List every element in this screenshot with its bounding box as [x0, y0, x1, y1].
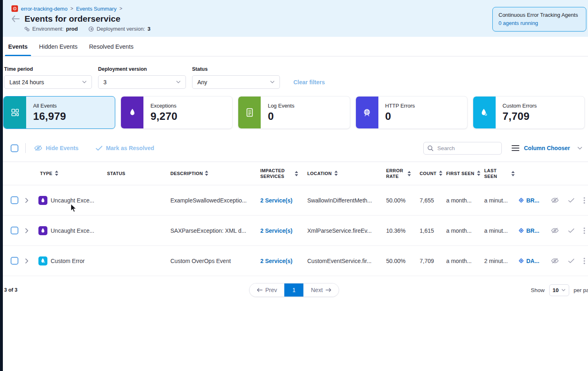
- impacted-services-link[interactable]: 2 Service(s): [260, 258, 293, 264]
- row-menu-icon[interactable]: [584, 227, 585, 234]
- event-location: XmlParseService.fireEv...: [304, 227, 383, 234]
- page-size-select[interactable]: 10: [549, 284, 569, 296]
- resolve-event-icon[interactable]: [568, 228, 575, 233]
- back-arrow-icon[interactable]: [11, 16, 20, 22]
- per-page-label: per page: [574, 287, 588, 293]
- ticket-diamond-icon: [518, 197, 524, 203]
- ticket-tag[interactable]: BR...: [515, 197, 548, 204]
- impacted-services-link[interactable]: 2 Service(s): [260, 197, 293, 204]
- column-header-impacted-services[interactable]: IMPACTED SERVICES: [257, 168, 304, 180]
- select-all-checkbox[interactable]: [11, 144, 18, 152]
- table-header-row: TYPE STATUS DESCRIPTION IMPACTED SERVICE…: [0, 162, 588, 185]
- table-row[interactable]: Uncaught Exce... SAXParseException: XML …: [0, 216, 588, 246]
- stat-card-value: 7,709: [503, 110, 537, 123]
- sort-icon[interactable]: [295, 171, 298, 176]
- row-checkbox[interactable]: [11, 227, 18, 234]
- agents-status-card[interactable]: Continuous Error Tracking Agents 0 agent…: [492, 7, 586, 31]
- last-seen: a minut...: [481, 197, 515, 204]
- column-list-icon[interactable]: [512, 145, 519, 151]
- error-rate: 50.00%: [383, 197, 416, 204]
- next-page-button[interactable]: Next: [304, 283, 339, 297]
- clear-filters-button[interactable]: Clear filters: [293, 79, 325, 85]
- column-header-count[interactable]: COUNT: [416, 171, 443, 176]
- tab-hidden-events[interactable]: Hidden Events: [38, 37, 78, 56]
- resolve-event-icon[interactable]: [568, 198, 575, 203]
- time-period-value: Last 24 hours: [9, 79, 44, 85]
- column-header-description[interactable]: DESCRIPTION: [167, 171, 257, 176]
- stat-card-custom-errors[interactable]: Custom Errors 7,709: [473, 96, 585, 129]
- row-checkbox[interactable]: [11, 257, 18, 265]
- expand-row-chevron-icon[interactable]: [23, 198, 37, 203]
- deployment-version-label: Deployment version: [98, 66, 186, 72]
- sort-icon[interactable]: [205, 171, 208, 176]
- environment-meta: Environment: prod: [24, 26, 78, 32]
- sort-icon[interactable]: [334, 171, 338, 176]
- hide-event-icon[interactable]: [551, 258, 559, 264]
- event-location: CustomEventService.fir...: [304, 258, 383, 264]
- column-chooser-button[interactable]: Column Chooser: [524, 145, 570, 151]
- status-select[interactable]: Any: [192, 75, 280, 89]
- expand-row-chevron-icon[interactable]: [23, 259, 37, 263]
- event-count: 7,709: [416, 258, 443, 264]
- search-box: [423, 142, 502, 155]
- breadcrumb-section-link[interactable]: Events Summary: [76, 6, 116, 12]
- pager: Prev 1 Next: [249, 283, 339, 297]
- prev-page-button[interactable]: Prev: [249, 283, 284, 297]
- deployment-version-select[interactable]: 3: [98, 75, 186, 89]
- resolve-event-icon[interactable]: [568, 259, 575, 263]
- arrow-left-icon: [257, 288, 262, 292]
- stat-card-value: 0: [385, 110, 415, 123]
- deployment-version-icon: [88, 26, 94, 32]
- pagination-summary: 3 of 3: [4, 287, 18, 293]
- chevron-down-icon: [176, 81, 181, 83]
- deployment-version-value: 3: [103, 79, 107, 85]
- hide-event-icon[interactable]: [551, 197, 559, 203]
- breadcrumb-project-link[interactable]: error-tracking-demo: [21, 6, 67, 12]
- tab-events[interactable]: Events: [7, 37, 29, 56]
- mark-resolved-button[interactable]: Mark as Resolved: [96, 145, 154, 151]
- page-number-button[interactable]: 1: [284, 283, 304, 297]
- row-menu-icon[interactable]: [584, 197, 585, 204]
- ticket-tag[interactable]: DA...: [515, 258, 548, 264]
- sort-icon[interactable]: [477, 171, 481, 176]
- column-header-last-seen[interactable]: LAST SEEN: [481, 168, 515, 180]
- stat-card-http-errors[interactable]: HTTP Errors 0: [355, 96, 467, 129]
- ticket-tag[interactable]: BR...: [515, 227, 548, 234]
- event-description: ExampleSwallowedExceptio...: [167, 197, 257, 204]
- column-header-first-seen[interactable]: FIRST SEEN: [443, 171, 481, 176]
- row-checkbox[interactable]: [11, 196, 18, 204]
- hide-event-icon[interactable]: [551, 227, 559, 234]
- expand-row-chevron-icon[interactable]: [23, 228, 37, 233]
- deployment-value: 3: [148, 26, 150, 32]
- chevron-down-icon[interactable]: [577, 146, 582, 150]
- custom-error-type-icon: [38, 256, 47, 265]
- agents-running-link[interactable]: 0 agents running: [499, 20, 538, 26]
- ticket-diamond-icon: [518, 258, 524, 264]
- table-row[interactable]: Uncaught Exce... ExampleSwallowedExcepti…: [0, 185, 588, 216]
- column-header-error-rate[interactable]: ERROR RATE: [383, 168, 416, 180]
- column-header-status[interactable]: STATUS: [104, 171, 167, 176]
- hide-events-button[interactable]: Hide Events: [34, 145, 78, 151]
- sort-icon[interactable]: [55, 171, 58, 176]
- page-header: error-tracking-demo > Events Summary > E…: [0, 0, 588, 37]
- stat-card-all-events[interactable]: All Events 16,979: [3, 96, 115, 129]
- stat-card-log-events[interactable]: Log Events 0: [238, 96, 350, 129]
- column-header-type[interactable]: TYPE: [37, 171, 104, 176]
- exception-type-icon: [38, 226, 47, 235]
- impacted-services-link[interactable]: 2 Service(s): [260, 227, 293, 234]
- sort-icon[interactable]: [407, 171, 411, 176]
- stat-card-exceptions[interactable]: Exceptions 9,270: [121, 96, 233, 129]
- status-value: Any: [197, 79, 207, 85]
- column-header-location[interactable]: LOCATION: [304, 171, 383, 176]
- sort-icon[interactable]: [511, 171, 515, 176]
- row-menu-icon[interactable]: [584, 258, 585, 264]
- time-period-select[interactable]: Last 24 hours: [4, 75, 92, 89]
- search-input[interactable]: [423, 142, 502, 155]
- error-tracking-module-icon: [11, 5, 18, 12]
- stat-cards: All Events 16,979 Exceptions 9,270 Log E…: [0, 96, 588, 129]
- sort-icon[interactable]: [439, 171, 443, 176]
- collapsed-nav-strip[interactable]: [0, 0, 3, 371]
- table-row[interactable]: Custom Error Custom OverOps Event 2 Serv…: [0, 246, 588, 276]
- first-seen: a month...: [443, 197, 481, 204]
- tab-resolved-events[interactable]: Resolved Events: [88, 37, 134, 56]
